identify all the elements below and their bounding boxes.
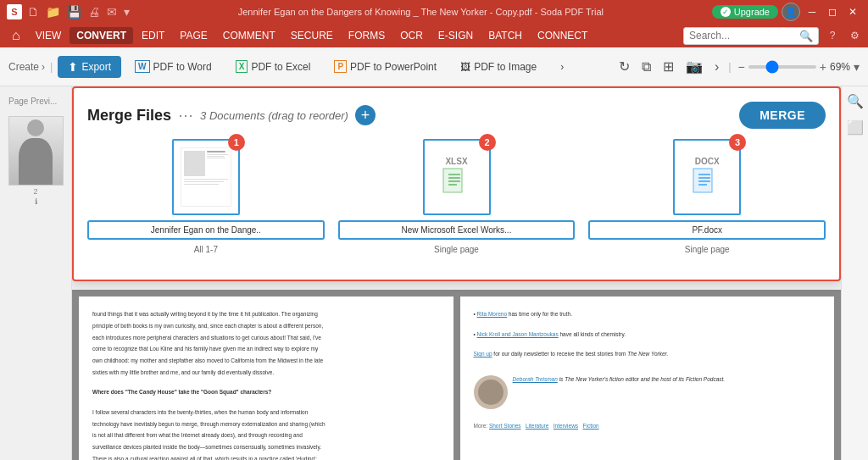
merge-title-row: Merge Files ⋯ 3 Documents (drag to reord…	[87, 105, 376, 125]
zoom-level-display: 69%	[830, 61, 850, 73]
file-thumb-2[interactable]: 2 XLSX	[423, 139, 491, 215]
print-icon[interactable]: 🖨	[88, 5, 100, 19]
close-button[interactable]: ✕	[844, 3, 861, 20]
zoom-in-button[interactable]: +	[820, 60, 826, 74]
pdf-to-excel-label: PDF to Excel	[251, 61, 310, 73]
help-button[interactable]: ?	[824, 27, 841, 44]
xlsx-file-icon	[442, 168, 472, 198]
more-tools-icon: ›	[560, 61, 564, 73]
merge-add-file-button[interactable]: +	[355, 105, 376, 125]
rotate-icon[interactable]: ↻	[616, 56, 632, 77]
pdf-left-text: found things that it was actually writin…	[92, 310, 440, 460]
pdf-to-excel-button[interactable]: X PDF to Excel	[225, 56, 321, 77]
page-number-2: 2	[33, 187, 37, 196]
file-name-2: New Microsoft Excel Works...	[338, 220, 576, 240]
more-options-icon[interactable]: ›	[712, 57, 721, 77]
docx-file-icon	[692, 168, 722, 198]
menu-item-view[interactable]: VIEW	[29, 27, 69, 44]
file-thumb-3[interactable]: 3 DOCX	[673, 139, 741, 215]
menu-item-connect[interactable]: CONNECT	[531, 27, 594, 44]
more-tools-button[interactable]: ›	[550, 57, 574, 77]
app-logo: S	[7, 4, 22, 19]
file-info-3: Single page	[685, 245, 730, 254]
menu-item-home[interactable]: ⌂	[5, 25, 27, 46]
title-bar-quick-actions: 🗋 📁 💾 🖨 ✉ ▾	[27, 5, 130, 19]
merge-count: 3 Documents (drag to reorder)	[200, 109, 348, 122]
person-head	[27, 119, 44, 136]
page-thumb-img	[8, 116, 64, 186]
file-badge-3: 3	[729, 134, 746, 151]
svg-rect-2	[448, 177, 460, 179]
minimize-button[interactable]: ─	[804, 3, 821, 20]
file-badge-1: 1	[228, 134, 245, 151]
menu-item-forms[interactable]: FORMS	[342, 27, 392, 44]
pdf-to-powerpoint-button[interactable]: P PDF to PowerPoint	[324, 56, 447, 77]
new-icon[interactable]: 🗋	[27, 5, 39, 19]
snapshot-icon[interactable]: 📷	[683, 56, 705, 77]
pdf-to-word-label: PDF to Word	[153, 61, 212, 73]
menu-item-comment[interactable]: COMMENT	[216, 27, 282, 44]
title-bar: S 🗋 📁 💾 🖨 ✉ ▾ Jennifer Egan on the Dange…	[0, 0, 868, 24]
file-thumb-1[interactable]: 1	[172, 139, 240, 215]
file-info-1: All 1-7	[194, 245, 218, 254]
menu-item-ocr[interactable]: OCR	[393, 27, 430, 44]
upgrade-button[interactable]: Upgrade	[712, 5, 778, 19]
word-icon: W	[135, 60, 149, 73]
menu-item-esign[interactable]: E-SIGN	[431, 27, 480, 44]
sidebar-label: Page Previ...	[3, 93, 68, 109]
file-badge-2: 2	[479, 134, 496, 151]
user-avatar[interactable]: 👤	[782, 3, 800, 21]
zoom-dropdown-button[interactable]: ▾	[854, 60, 860, 74]
pdf-to-word-button[interactable]: W PDF to Word	[125, 56, 222, 77]
create-button[interactable]: Create ›	[8, 61, 45, 73]
search-icon: 🔍	[799, 30, 813, 42]
svg-rect-9	[698, 184, 707, 186]
menu-item-batch[interactable]: BATCH	[481, 27, 529, 44]
pdf-to-image-button[interactable]: 🖼 PDF to Image	[450, 57, 547, 77]
pdf-to-powerpoint-label: PDF to PowerPoint	[350, 61, 437, 73]
create-label: Create	[8, 61, 39, 73]
person-figure	[19, 138, 53, 185]
toolbar: Create › | ⬆ Export W PDF to Word X PDF …	[0, 47, 868, 86]
split-view-icon[interactable]: ⧉	[639, 57, 654, 77]
image-icon: 🖼	[460, 61, 470, 73]
zoom-control: − + 69% ▾	[738, 60, 860, 74]
menu-item-secure[interactable]: SECURE	[284, 27, 340, 44]
pdf-right-text: • Rita Moreno has time only for the trut…	[474, 310, 821, 430]
merge-options-icon[interactable]: ⋯	[178, 106, 193, 125]
right-sidebar-search-button[interactable]: 🔍	[847, 93, 864, 109]
merge-button[interactable]: MERGE	[739, 102, 826, 129]
zoom-slider[interactable]	[748, 65, 816, 69]
pdf-page-area: found things that it was actually writin…	[72, 290, 841, 460]
menu-item-edit[interactable]: EDIT	[135, 27, 171, 44]
toolbar-separator: |	[50, 60, 53, 73]
menu-item-convert[interactable]: CONVERT	[70, 27, 133, 44]
svg-rect-6	[698, 174, 710, 175]
page-thumbnail-panel: Page Previ... 2 ℹ	[0, 86, 72, 460]
compare-icon[interactable]: ⊞	[660, 56, 676, 77]
pdf-left-page: found things that it was actually writin…	[79, 297, 453, 460]
file-name-1: Jennifer Egan on the Dange..	[87, 220, 325, 240]
save-icon[interactable]: 💾	[67, 5, 81, 19]
svg-rect-3	[448, 180, 460, 182]
menu-item-page[interactable]: PAGE	[173, 27, 214, 44]
open-icon[interactable]: 📁	[46, 5, 60, 19]
merge-files-list: 1	[87, 139, 826, 254]
settings-button[interactable]: ⚙	[846, 27, 863, 44]
more-icon[interactable]: ▾	[124, 5, 130, 19]
restore-button[interactable]: ◻	[824, 3, 841, 20]
zoom-out-button[interactable]: −	[738, 60, 745, 74]
search-input[interactable]	[689, 30, 799, 42]
excel-icon: X	[236, 60, 248, 73]
merge-dialog: Merge Files ⋯ 3 Documents (drag to reord…	[72, 86, 841, 281]
right-sidebar-panel-button[interactable]: ⬜	[847, 119, 864, 136]
svg-rect-8	[698, 180, 710, 182]
merge-file-2: 2 XLSX New Microsoft Exc	[338, 139, 576, 254]
export-button[interactable]: ⬆ Export	[58, 56, 121, 78]
search-bar[interactable]: 🔍	[683, 27, 819, 45]
page-info-icon[interactable]: ℹ	[35, 197, 37, 206]
email-icon[interactable]: ✉	[107, 5, 117, 19]
title-bar-left: S 🗋 📁 💾 🖨 ✉ ▾	[7, 4, 130, 19]
page-thumbnail-2[interactable]: 2 ℹ	[3, 116, 68, 206]
merge-header: Merge Files ⋯ 3 Documents (drag to reord…	[87, 102, 826, 129]
